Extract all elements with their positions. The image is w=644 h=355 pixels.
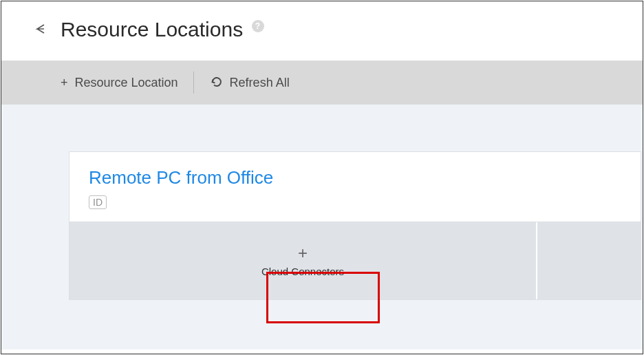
page-title-text: Resource Locations xyxy=(61,18,243,41)
resource-location-card: Remote PC from Office ID + Cloud Connect… xyxy=(69,151,641,300)
refresh-all-button[interactable]: Refresh All xyxy=(211,76,290,90)
add-resource-location-button[interactable]: + Resource Location xyxy=(61,76,178,90)
refresh-icon xyxy=(211,76,223,90)
plus-icon: + xyxy=(61,76,68,89)
page-header: Resource Locations ? xyxy=(1,1,643,61)
plus-icon: + xyxy=(298,245,308,261)
resource-location-title[interactable]: Remote PC from Office xyxy=(89,167,624,189)
card-header: Remote PC from Office ID xyxy=(69,152,641,222)
id-chip[interactable]: ID xyxy=(89,195,107,209)
add-resource-location-label: Resource Location xyxy=(75,76,178,90)
refresh-all-label: Refresh All xyxy=(230,76,290,90)
toolbar: + Resource Location Refresh All xyxy=(1,61,643,105)
content-area: Remote PC from Office ID + Cloud Connect… xyxy=(1,105,643,349)
back-arrow-icon[interactable] xyxy=(34,23,48,36)
card-body-side xyxy=(537,222,641,299)
help-icon[interactable]: ? xyxy=(252,20,264,32)
toolbar-divider xyxy=(193,72,194,94)
add-cloud-connectors-button[interactable]: + Cloud Connectors xyxy=(261,245,344,277)
add-cloud-connectors-label: Cloud Connectors xyxy=(261,266,344,277)
card-body-main: + Cloud Connectors xyxy=(69,222,537,299)
card-body: + Cloud Connectors xyxy=(69,222,641,299)
page-title: Resource Locations ? xyxy=(61,18,264,41)
